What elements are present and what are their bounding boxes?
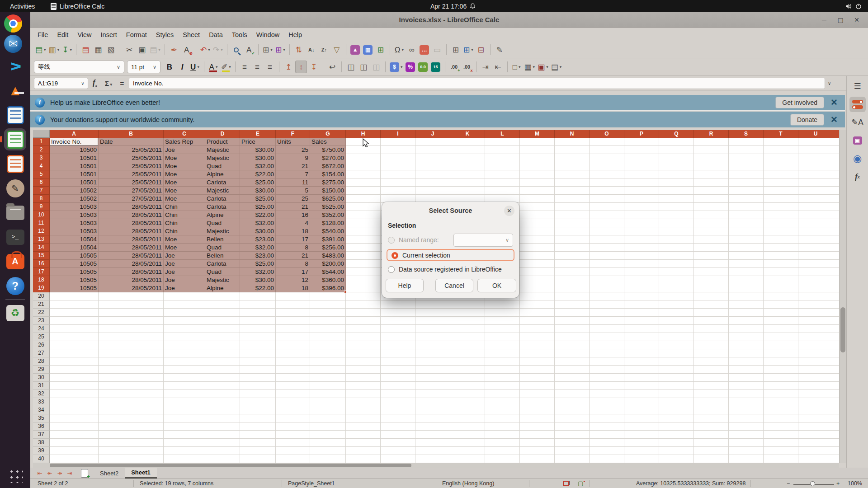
cell-G17[interactable]: $544.00 xyxy=(310,268,346,276)
row-header-31[interactable]: 31 xyxy=(33,382,50,390)
decrease-indent-icon[interactable]: ⇤ xyxy=(492,61,504,73)
cell-F19[interactable]: 18 xyxy=(276,284,310,292)
horizontal-scrollbar-thumb[interactable] xyxy=(50,464,411,467)
cell-B5[interactable]: 25/05/2011 xyxy=(99,170,164,178)
row-header-23[interactable]: 23 xyxy=(33,317,50,325)
select-sum-icon[interactable]: Σ ▾ xyxy=(103,80,114,87)
cell-G13[interactable]: $391.00 xyxy=(310,235,346,244)
clone-formatting-icon[interactable]: ✒ xyxy=(168,43,180,56)
formula-input[interactable]: Invoice No. xyxy=(129,78,825,89)
row-header-20[interactable]: 20 xyxy=(33,292,50,300)
row-header-18[interactable]: 18 xyxy=(33,276,50,284)
merge-cells-icon[interactable]: ◫ xyxy=(358,61,369,73)
sort-ascending-icon[interactable]: A↓ xyxy=(306,43,317,56)
row-header-38[interactable]: 38 xyxy=(33,439,50,447)
row-header-12[interactable]: 12 xyxy=(33,227,50,235)
cell-A8[interactable]: 10502 xyxy=(50,195,99,203)
dock-item-thunderbird[interactable]: ✉ xyxy=(4,35,22,53)
column-header-T[interactable]: T xyxy=(764,130,798,138)
chevron-down-icon[interactable]: ∨ xyxy=(149,64,160,70)
row-header-24[interactable]: 24 xyxy=(33,325,50,333)
named-range-option[interactable]: Named range: xyxy=(388,236,439,244)
align-top-icon[interactable]: ↥ xyxy=(283,61,294,73)
dock-item-help[interactable]: ? xyxy=(4,275,26,297)
border-color-icon[interactable]: ▣▾ xyxy=(537,61,549,73)
cell-D12[interactable]: Majestic xyxy=(205,227,240,235)
cell-F3[interactable]: 9 xyxy=(276,154,310,162)
cell-B11[interactable]: 28/05/2011 xyxy=(99,219,164,227)
dropdown-arrow-icon[interactable]: ▾ xyxy=(401,47,404,52)
functions-icon[interactable]: fx xyxy=(849,169,866,184)
cell-F1[interactable]: Units xyxy=(276,138,310,146)
cell-C9[interactable]: Chin xyxy=(164,203,205,211)
cell-G9[interactable]: $525.00 xyxy=(310,203,346,211)
column-header-G[interactable]: G xyxy=(310,130,346,138)
styles-icon[interactable]: ✎A xyxy=(849,115,866,130)
dialog-close-icon[interactable]: ✕ xyxy=(504,206,514,216)
menu-view[interactable]: View xyxy=(73,29,96,40)
column-header-S[interactable]: S xyxy=(729,130,764,138)
cell-A18[interactable]: 10505 xyxy=(50,276,99,284)
cell-E6[interactable]: $25.00 xyxy=(240,178,276,187)
cell-C15[interactable]: Joe xyxy=(164,252,205,260)
cell-A4[interactable]: 10501 xyxy=(50,162,99,170)
cell-G19[interactable]: $396.00 xyxy=(310,284,346,292)
cell-B6[interactable]: 25/05/2011 xyxy=(99,178,164,187)
row-header-11[interactable]: 11 xyxy=(33,219,50,227)
redo-icon[interactable]: ↷▾ xyxy=(212,43,224,56)
sheet-tab-sheet2[interactable]: Sheet2 xyxy=(94,468,125,479)
find-replace-icon[interactable] xyxy=(231,43,242,56)
insert-image-icon[interactable]: ▲ xyxy=(349,43,361,56)
cell-B14[interactable]: 28/05/2011 xyxy=(99,244,164,252)
cancel-button[interactable]: Cancel xyxy=(435,279,473,292)
format-date-icon[interactable]: 15 xyxy=(430,61,442,73)
row-header-22[interactable]: 22 xyxy=(33,309,50,317)
sidebar-settings-icon[interactable]: ☰ xyxy=(849,79,866,94)
dropdown-arrow-icon[interactable]: ▾ xyxy=(44,47,46,52)
column-header-M[interactable]: M xyxy=(520,130,555,138)
menu-edit[interactable]: Edit xyxy=(52,29,73,40)
average-sum-status[interactable]: Average: 10325.5333333333; Sum: 929298 xyxy=(636,480,745,487)
cell-D5[interactable]: Alpine xyxy=(205,170,240,178)
cell-D16[interactable]: Carlota xyxy=(205,260,240,268)
cell-F6[interactable]: 11 xyxy=(276,178,310,187)
cell-C12[interactable]: Chin xyxy=(164,227,205,235)
selected-range[interactable]: Invoice No.DateSales RepProductPriceUnit… xyxy=(50,138,346,292)
dropdown-arrow-icon[interactable]: ▾ xyxy=(197,65,199,69)
cell-B10[interactable]: 28/05/2011 xyxy=(99,211,164,219)
cell-G11[interactable]: $128.00 xyxy=(310,219,346,227)
clock-menu[interactable]: Apr 21 17:06 xyxy=(430,0,476,12)
borders-icon[interactable]: □▾ xyxy=(511,61,523,73)
bold-icon[interactable]: B xyxy=(164,61,175,73)
sort-descending-icon[interactable]: Z↑ xyxy=(318,43,330,56)
dropdown-arrow-icon[interactable]: ▾ xyxy=(216,65,218,69)
current-selection-option[interactable]: Current selection xyxy=(392,252,450,259)
add-sheet-button[interactable] xyxy=(81,469,88,478)
close-icon[interactable]: ✕ xyxy=(830,114,838,125)
cell-A9[interactable]: 10503 xyxy=(50,203,99,211)
cell-B17[interactable]: 28/05/2011 xyxy=(99,268,164,276)
navigator-icon[interactable]: ◉ xyxy=(849,151,866,166)
row-header-27[interactable]: 27 xyxy=(33,349,50,357)
cell-A6[interactable]: 10501 xyxy=(50,178,99,187)
spelling-icon[interactable]: A✓ xyxy=(243,43,255,56)
menu-format[interactable]: Format xyxy=(122,29,151,40)
menu-styles[interactable]: Styles xyxy=(151,29,179,40)
headers-footers-icon[interactable]: ▭ xyxy=(431,43,443,56)
cell-D19[interactable]: Alpine xyxy=(205,284,240,292)
copy-icon[interactable]: ▣ xyxy=(136,43,148,56)
cell-A15[interactable]: 10505 xyxy=(50,252,99,260)
cell-E3[interactable]: $30.00 xyxy=(240,154,276,162)
freeze-panes-icon[interactable]: ⊞▾ xyxy=(462,43,474,56)
cell-C10[interactable]: Chin xyxy=(164,211,205,219)
dropdown-arrow-icon[interactable]: ▾ xyxy=(158,47,160,52)
row-header-13[interactable]: 13 xyxy=(33,235,50,244)
row-header-26[interactable]: 26 xyxy=(33,341,50,349)
cell-E4[interactable]: $32.00 xyxy=(240,162,276,170)
cell-E12[interactable]: $30.00 xyxy=(240,227,276,235)
radio-data-source[interactable] xyxy=(388,266,395,273)
cell-D18[interactable]: Majestic xyxy=(205,276,240,284)
column-header-E[interactable]: E xyxy=(240,130,276,138)
cell-F9[interactable]: 21 xyxy=(276,203,310,211)
row-header-34[interactable]: 34 xyxy=(33,406,50,414)
